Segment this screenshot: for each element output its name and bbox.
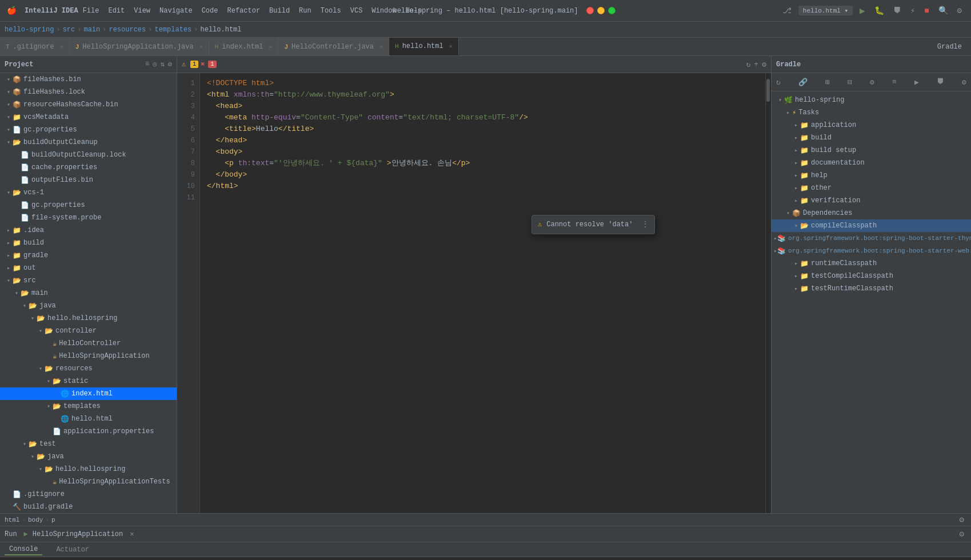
tree-node[interactable]: ▾📦fileHashes.bin [0,73,177,86]
tree-node[interactable]: 📄outputFiles.bin [0,174,177,186]
gradle-toggle[interactable]: ▸ [792,122,800,129]
tooltip-menu-icon[interactable]: ⋮ [642,219,649,230]
tab-close-icon[interactable]: ✕ [199,43,203,50]
node-toggle[interactable]: ▸ [5,265,13,271]
node-toggle[interactable]: ▾ [13,290,21,297]
node-toggle[interactable]: ▾ [5,139,13,146]
tree-node[interactable]: ▾📂src [0,274,177,287]
tree-node[interactable]: ▾📂java [0,450,177,463]
menu-refactor[interactable]: Refactor [227,7,260,15]
gradle-toggle[interactable]: ▾ [784,210,792,217]
tree-node[interactable]: ▾📂vcs-1 [0,186,177,199]
gradle-node[interactable]: ▸📁help [772,169,971,182]
tree-node[interactable]: ▾📂main [0,287,177,299]
filter-icon[interactable]: ⚙ [168,60,172,69]
node-toggle[interactable]: ▾ [37,327,45,334]
collapse-all-icon[interactable]: ≡ [145,60,149,69]
tree-node[interactable]: ☕HelloSpringApplicationTests [0,475,177,488]
node-toggle[interactable]: ▾ [5,114,13,121]
status-breadcrumb-item[interactable]: html [5,517,19,523]
run-tab-console[interactable]: Console [5,544,42,555]
gradle-toggle[interactable]: ▸ [792,159,800,166]
menu-file[interactable]: File [83,7,99,15]
node-toggle[interactable]: ▾ [5,277,13,284]
tree-node[interactable]: ▾📂java [0,299,177,312]
tree-node[interactable]: 🌐hello.html [0,413,177,425]
sort-icon[interactable]: ⇅ [161,60,165,69]
tree-node[interactable]: ▾📂static [0,375,177,387]
tree-node[interactable]: ▸📁.idea [0,224,177,237]
gradle-node[interactable]: ▸📁build setup [772,144,971,157]
gradle-toggle[interactable]: ▸ [792,185,800,191]
tree-node[interactable]: ☕HelloSpringApplication [0,350,177,362]
gradle-node[interactable]: ▸📁application [772,119,971,131]
run-settings-icon[interactable]: ⚙ [957,528,966,540]
gradle-toggle[interactable]: ▾ [776,97,784,103]
gradle-settings2-icon[interactable]: ⚙ [961,77,968,88]
menu-view[interactable]: View [134,7,150,15]
tab-hellocontroller.java[interactable]: JHelloController.java✕ [278,38,389,55]
gradle-toggle[interactable]: ▸ [792,147,800,154]
node-toggle[interactable]: ▾ [45,403,53,410]
menu-navigate[interactable]: Navigate [159,7,193,15]
search-icon[interactable]: 🔍 [936,5,950,17]
tab-close-icon[interactable]: ✕ [60,43,63,50]
menu-build[interactable]: Build [269,7,290,15]
run-close-icon[interactable]: ✕ [130,530,134,538]
tree-node[interactable]: ▾📁vcsMetadata [0,111,177,123]
tree-node[interactable]: ▾📂test [0,438,177,450]
refresh-icon[interactable]: ↻ [746,60,751,69]
tree-node[interactable]: ▾📂buildOutputCleanup [0,136,177,149]
gradle-node[interactable]: ▸⚡Tasks [772,106,971,119]
gradle-toggle[interactable]: ▸ [792,273,800,279]
gradle-settings-icon[interactable]: ≡ [891,77,898,87]
tree-node[interactable]: ▾📂templates [0,400,177,413]
status-breadcrumb-item[interactable]: p [51,517,55,523]
tree-node[interactable]: ▸📁build [0,237,177,249]
gradle-refresh-icon[interactable]: ↻ [775,77,782,88]
gradle-node[interactable]: ▾🌿hello-spring [772,94,971,106]
gradle-node[interactable]: ▸📁build [772,131,971,144]
gradle-toggle[interactable]: ▸ [792,172,800,179]
breadcrumb-item-hello-spring[interactable]: hello-spring [5,26,54,34]
node-toggle[interactable]: ▾ [5,89,13,95]
gradle-expand-icon[interactable]: ⊞ [824,77,831,88]
node-toggle[interactable]: ▾ [5,126,13,133]
gradle-node[interactable]: ▸📁documentation [772,157,971,169]
node-toggle[interactable]: ▾ [29,453,37,460]
menu-code[interactable]: Code [202,7,218,15]
gradle-node[interactable]: ▸📁testRuntimeClasspath [772,282,971,295]
tab-hello.html[interactable]: Hhello.html✕ [389,38,459,55]
gradle-node[interactable]: ▸📚org.springframework.boot:spring-boot-s… [772,245,971,257]
gradle-node[interactable]: ▸📁runtimeClasspath [772,257,971,270]
node-toggle[interactable]: ▾ [5,76,13,83]
node-toggle[interactable]: ▸ [5,227,13,234]
tab-close-icon[interactable]: ✕ [269,43,272,50]
breadcrumb-item-src[interactable]: src [63,26,75,34]
gradle-toggle[interactable]: ▸ [792,260,800,267]
breadcrumb-item-resources[interactable]: resources [109,26,146,34]
tree-node[interactable]: 🌐index.html [0,387,177,400]
stop-icon[interactable]: ■ [922,5,931,17]
settings-icon[interactable]: ⚙ [955,5,964,17]
coverage-icon[interactable]: ⛊ [891,5,904,17]
gradle-toggle[interactable]: ▾ [792,222,800,229]
menu-vcs[interactable]: VCS [350,7,363,15]
debug-icon[interactable]: 🐛 [872,5,886,17]
tab-close-icon[interactable]: ✕ [449,43,453,50]
menu-edit[interactable]: Edit [108,7,125,15]
node-toggle[interactable]: ▾ [37,466,45,473]
breadcrumb-item-templates[interactable]: templates [154,26,191,34]
minimize-button[interactable] [597,7,605,14]
vcs-icon[interactable]: ⎇ [780,5,794,17]
file-tree-content[interactable]: ▾📦fileHashes.bin▾📦fileHashes.lock▾📦resou… [0,73,177,513]
gradle-tree-content[interactable]: ▾🌿hello-spring▸⚡Tasks▸📁application▸📁buil… [772,91,971,513]
tree-node[interactable]: 📄gc.properties [0,199,177,211]
settings2-icon[interactable]: ⚙ [762,60,766,69]
gradle-node[interactable]: ▾📂compileClasspath [772,219,971,232]
gradle-link-icon[interactable]: 🔗 [797,77,809,88]
gradle-toggle[interactable]: ▸ [784,109,792,116]
locate-icon[interactable]: ◎ [153,60,157,69]
node-toggle[interactable]: ▾ [37,365,45,372]
profile-icon[interactable]: ⚡ [908,5,917,17]
